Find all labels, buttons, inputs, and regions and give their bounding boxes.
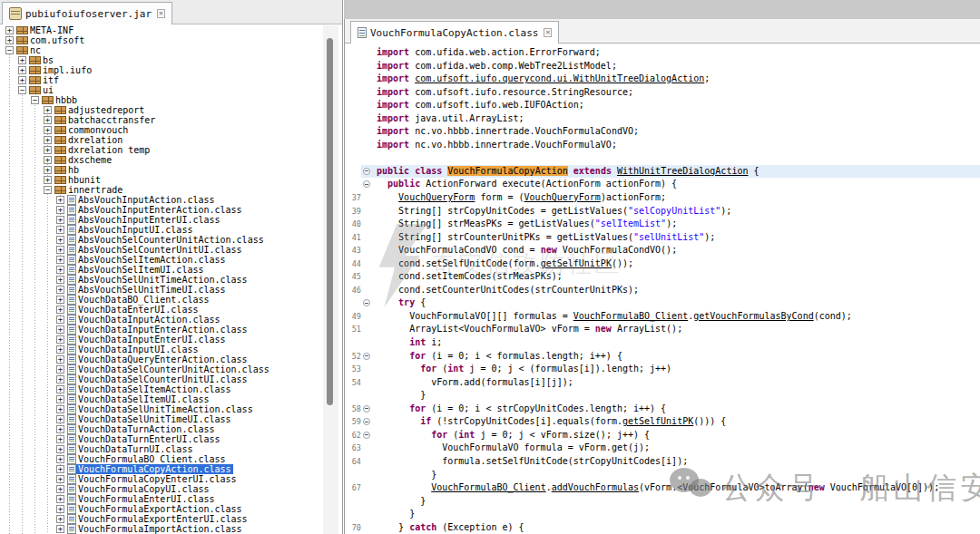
tree-scrollbar[interactable]	[323, 25, 338, 534]
tree-item[interactable]: +VouchFormulaBO_Client.class	[0, 454, 342, 464]
expand-toggle-icon[interactable]: +	[56, 246, 64, 254]
expand-toggle-icon[interactable]: +	[56, 395, 64, 403]
tree-item[interactable]: −innertrade	[0, 185, 342, 195]
tree-item[interactable]: +impl.iufo	[0, 65, 342, 75]
expand-toggle-icon[interactable]: +	[56, 515, 64, 523]
expand-toggle-icon[interactable]: +	[56, 495, 64, 503]
expand-toggle-icon[interactable]: +	[56, 525, 64, 533]
tree-item[interactable]: +VouchDataSelCounterUnitAction.class	[0, 364, 342, 374]
tree-item[interactable]: +VouchDataInputUI.class	[0, 345, 342, 354]
expand-toggle-icon[interactable]: +	[44, 136, 52, 144]
tree-item[interactable]: +VouchDataInputAction.class	[0, 315, 342, 325]
tree-item[interactable]: +VouchDataSelCounterUnitUI.class	[0, 374, 342, 384]
tree-item[interactable]: +AbsVouchInputEnterAction.class	[0, 205, 342, 215]
tree-item[interactable]: +bs	[0, 55, 342, 65]
expand-toggle-icon[interactable]: +	[56, 375, 64, 384]
expand-toggle-icon[interactable]: +	[56, 236, 64, 244]
collapse-region-icon[interactable]	[363, 353, 370, 360]
tree-item[interactable]: +VouchDataSelItemUI.class	[0, 394, 342, 404]
expand-toggle-icon[interactable]: +	[56, 355, 64, 364]
tree-item[interactable]: −nc	[0, 45, 342, 55]
expand-toggle-icon[interactable]: +	[56, 276, 64, 284]
expand-toggle-icon[interactable]: +	[5, 36, 14, 44]
code-editor[interactable]: import com.ufida.web.action.ErrorForward…	[345, 44, 980, 534]
tree-item[interactable]: +AbsVouchSelUnitTimeAction.class	[0, 275, 342, 285]
expand-toggle-icon[interactable]: +	[56, 455, 64, 463]
expand-toggle-icon[interactable]: +	[56, 196, 64, 204]
expand-toggle-icon[interactable]: +	[56, 296, 64, 304]
collapse-toggle-icon[interactable]: −	[18, 86, 26, 94]
close-icon[interactable]: ✕	[544, 28, 552, 37]
tree-item[interactable]: +VouchFormulaEnterUI.class	[0, 494, 342, 504]
expand-toggle-icon[interactable]: +	[56, 306, 64, 314]
expand-toggle-icon[interactable]: +	[56, 335, 64, 344]
tree-item[interactable]: +VouchDataSelItemAction.class	[0, 384, 342, 394]
expand-toggle-icon[interactable]: +	[56, 425, 64, 433]
collapse-region-icon[interactable]	[363, 180, 370, 188]
tree-item[interactable]: −ui	[0, 85, 342, 95]
expand-toggle-icon[interactable]: +	[56, 266, 64, 274]
expand-toggle-icon[interactable]: +	[44, 156, 52, 164]
collapse-region-icon[interactable]	[363, 418, 370, 425]
tree-item[interactable]: +VouchDataSelUnitTimeUI.class	[0, 414, 342, 424]
expand-toggle-icon[interactable]: +	[56, 286, 64, 294]
tree-item[interactable]: +dxrelation temp	[0, 145, 342, 155]
tree-item[interactable]: +dxscheme	[0, 155, 342, 165]
tree-item[interactable]: +VouchDataInputEnterAction.class	[0, 325, 342, 335]
tree-item[interactable]: +AbsVouchInputAction.class	[0, 195, 342, 205]
collapse-toggle-icon[interactable]: −	[44, 186, 52, 194]
expand-toggle-icon[interactable]: +	[56, 206, 64, 214]
expand-toggle-icon[interactable]: +	[44, 116, 52, 124]
expand-toggle-icon[interactable]: +	[56, 505, 64, 513]
tree-item[interactable]: +hb	[0, 165, 342, 175]
tree-item[interactable]: +AbsVouchSelCounterUnitUI.class	[0, 245, 342, 255]
tree-item[interactable]: +META-INF	[0, 25, 342, 35]
tree-item[interactable]: +VouchDataSelUnitTimeAction.class	[0, 404, 342, 414]
expand-toggle-icon[interactable]: +	[56, 325, 64, 334]
tree-item[interactable]: +hbunit	[0, 175, 342, 185]
tree-item[interactable]: +itf	[0, 75, 342, 85]
tree-item[interactable]: +VouchDataBO_Client.class	[0, 295, 342, 305]
tree-item[interactable]: +VouchFormulaCopyAction.class	[0, 464, 342, 474]
tree-item[interactable]: +dxrelation	[0, 135, 342, 145]
tree-item[interactable]: +VouchDataQueryEnterAction.class	[0, 354, 342, 364]
close-icon[interactable]: ✕	[157, 9, 165, 18]
tree-item[interactable]: +VouchFormulaCopyEnterUI.class	[0, 474, 342, 484]
expand-toggle-icon[interactable]: +	[44, 176, 52, 184]
collapse-region-icon[interactable]	[363, 299, 370, 306]
tree-item[interactable]: +AbsVouchInputEnterUI.class	[0, 215, 342, 225]
tab-jar-file[interactable]: pubiufoiufoserver.jar ✕	[2, 2, 172, 24]
collapse-toggle-icon[interactable]: −	[31, 96, 39, 104]
tree-item[interactable]: +VouchDataTurnUI.class	[0, 444, 342, 454]
package-tree[interactable]: +META-INF+com.ufsoft−nc+bs+impl.iufo+itf…	[0, 25, 342, 534]
collapse-region-icon[interactable]	[363, 432, 370, 439]
tree-item[interactable]: +com.ufsoft	[0, 35, 342, 45]
expand-toggle-icon[interactable]: +	[56, 475, 64, 483]
tree-item[interactable]: +VouchDataTurnAction.class	[0, 424, 342, 434]
tree-item[interactable]: +VouchDataInputEnterUI.class	[0, 335, 342, 345]
tree-item[interactable]: +VouchFormulaExportAction.class	[0, 504, 342, 514]
tree-item[interactable]: +VouchFormulaExportEnterUI.class	[0, 514, 342, 524]
collapse-toggle-icon[interactable]: −	[5, 46, 14, 54]
collapse-region-icon[interactable]	[363, 405, 370, 413]
tree-item[interactable]: +commonvouch	[0, 125, 342, 135]
tree-item[interactable]: +AbsVouchSelItemUI.class	[0, 265, 342, 275]
expand-toggle-icon[interactable]: +	[56, 405, 64, 413]
expand-toggle-icon[interactable]: +	[56, 226, 64, 234]
expand-toggle-icon[interactable]: +	[56, 385, 64, 393]
expand-toggle-icon[interactable]: +	[44, 126, 52, 134]
tree-item[interactable]: +AbsVouchSelUnitTimeUI.class	[0, 285, 342, 295]
tree-item[interactable]: +AbsVouchSelItemAction.class	[0, 255, 342, 265]
tree-item[interactable]: +VouchFormulaImportAction.class	[0, 524, 342, 534]
tree-item[interactable]: +VouchFormulaCopyUI.class	[0, 484, 342, 494]
expand-toggle-icon[interactable]: +	[44, 106, 52, 114]
tree-scrollbar-thumb[interactable]	[327, 38, 333, 405]
tree-item[interactable]: +VouchDataEnterUI.class	[0, 305, 342, 315]
tree-item[interactable]: +AbsVouchSelCounterUnitAction.class	[0, 235, 342, 245]
expand-toggle-icon[interactable]: +	[56, 345, 64, 354]
tree-item[interactable]: +AbsVouchInputUI.class	[0, 225, 342, 235]
expand-toggle-icon[interactable]: +	[44, 146, 52, 154]
expand-toggle-icon[interactable]: +	[5, 26, 14, 34]
expand-toggle-icon[interactable]: +	[56, 465, 64, 473]
expand-toggle-icon[interactable]: +	[56, 256, 64, 264]
